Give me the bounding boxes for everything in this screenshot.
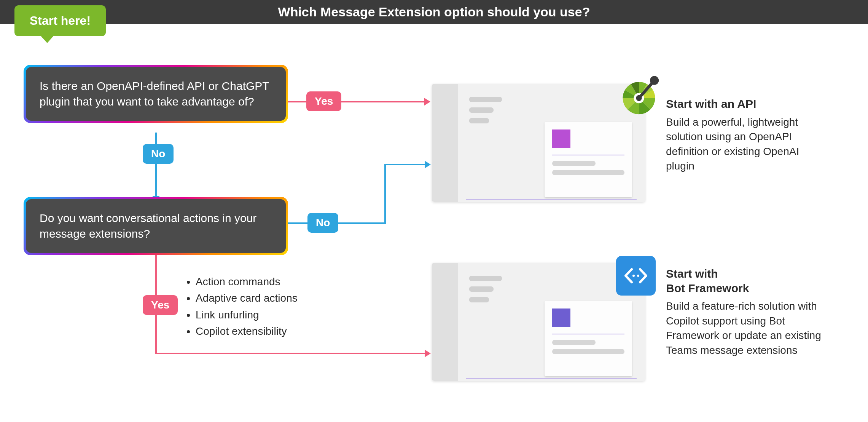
connector bbox=[155, 133, 157, 197]
result-api-heading: Start with an API bbox=[666, 97, 826, 111]
label-no: No bbox=[307, 213, 338, 233]
connector bbox=[155, 353, 425, 354]
illustration-bot bbox=[432, 263, 645, 381]
list-item: Copilot extensibility bbox=[196, 323, 298, 339]
list-item: Adaptive card actions bbox=[196, 290, 298, 306]
gauge-icon bbox=[617, 72, 661, 116]
label-yes: Yes bbox=[143, 295, 178, 315]
result-api-body: Build a powerful, lightweight solution u… bbox=[666, 115, 826, 174]
decision-openapi: Is there an OpenAPI-defined API or ChatG… bbox=[24, 65, 288, 123]
header-bar: Which Message Extension option should yo… bbox=[0, 0, 868, 24]
result-api: Start with an API Build a powerful, ligh… bbox=[666, 97, 826, 174]
arrowhead-icon bbox=[424, 98, 430, 105]
svg-point-5 bbox=[637, 275, 639, 277]
start-here-badge: Start here! bbox=[14, 5, 106, 36]
decision-openapi-text: Is there an OpenAPI-defined API or ChatG… bbox=[26, 67, 286, 121]
svg-point-4 bbox=[632, 275, 635, 277]
decision-conversational-text: Do you want conversational actions in yo… bbox=[26, 199, 286, 253]
arrowhead-icon bbox=[425, 161, 431, 168]
connector bbox=[384, 164, 386, 224]
conversational-examples-list: Action commands Adaptive card actions Li… bbox=[186, 273, 298, 340]
start-here-label: Start here! bbox=[30, 14, 91, 27]
page-title: Which Message Extension option should yo… bbox=[278, 5, 590, 19]
label-no: No bbox=[143, 144, 174, 164]
arrowhead-icon bbox=[425, 350, 431, 357]
decision-conversational: Do you want conversational actions in yo… bbox=[24, 197, 288, 255]
svg-point-2 bbox=[650, 76, 659, 85]
code-icon bbox=[616, 256, 656, 296]
illustration-api bbox=[432, 84, 645, 202]
list-item: Link unfurling bbox=[196, 307, 298, 323]
result-bot-body: Build a feature-rich solution with Copil… bbox=[666, 299, 826, 358]
connector bbox=[384, 164, 425, 165]
result-bot-heading: Start with Bot Framework bbox=[666, 267, 826, 295]
label-yes: Yes bbox=[306, 91, 341, 111]
svg-point-3 bbox=[636, 95, 642, 101]
result-bot: Start with Bot Framework Build a feature… bbox=[666, 267, 826, 358]
list-item: Action commands bbox=[196, 273, 298, 290]
